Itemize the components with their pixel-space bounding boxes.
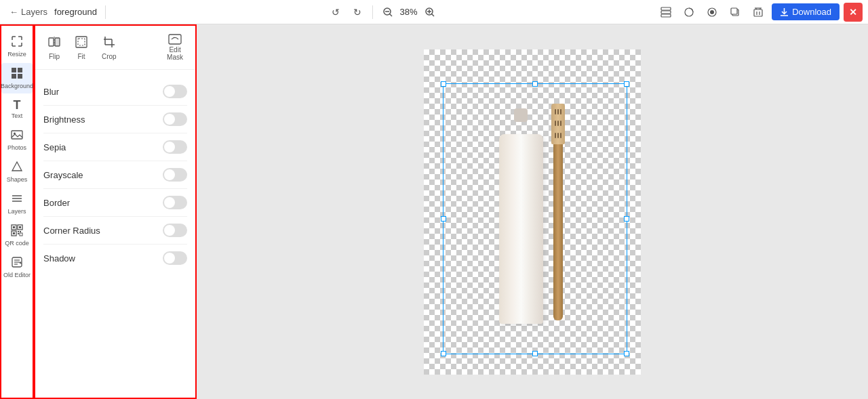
product-visual: [465, 83, 600, 341]
left-sidebar: Resize Background T Text Photos Shapes: [0, 24, 34, 399]
photos-icon: [11, 129, 23, 143]
canvas-image[interactable]: [424, 49, 641, 375]
qrcode-icon: [11, 224, 23, 238]
edit-panel: Flip Fit Crop EditMask Blur: [34, 24, 197, 399]
sidebar-item-oldeditor[interactable]: Old Editor: [1, 252, 33, 282]
svg-rect-15: [754, 9, 762, 16]
blur-toggle[interactable]: [163, 85, 187, 98]
svg-rect-51: [78, 39, 85, 45]
shadow-label: Shadow: [43, 253, 75, 264]
duplicate-icon-button[interactable]: [726, 3, 745, 22]
sepia-label: Sepia: [43, 142, 66, 152]
mask-icon: [684, 7, 694, 18]
redo-button[interactable]: ↻: [348, 3, 367, 22]
svg-line-4: [431, 14, 434, 16]
flip-tool[interactable]: Flip: [43, 33, 65, 63]
sepia-toggle[interactable]: [163, 140, 187, 154]
sidebar-item-layers[interactable]: Layers: [1, 188, 33, 219]
svg-rect-26: [18, 74, 22, 79]
tube-cap: [514, 108, 528, 122]
border-label: Border: [43, 198, 70, 208]
download-label: Download: [792, 7, 831, 17]
sidebar-item-resize[interactable]: Resize: [1, 31, 33, 62]
back-arrow-icon: ←: [9, 7, 18, 17]
resize-icon: [11, 35, 23, 49]
undo-button[interactable]: ↺: [326, 3, 345, 22]
shadow-toggle[interactable]: [163, 251, 187, 265]
layers-sidebar-icon: [11, 192, 23, 207]
zoom-out-icon: [383, 7, 393, 17]
corner-radius-row: Corner Radius: [43, 217, 187, 245]
adjust-icon: [707, 7, 717, 18]
zoom-in-icon: [425, 7, 435, 17]
layers-icon-button[interactable]: [656, 3, 675, 22]
back-button[interactable]: ← Layers: [5, 5, 52, 18]
corner-radius-label: Corner Radius: [43, 226, 100, 236]
corner-radius-toggle[interactable]: [163, 224, 187, 237]
toolbar-sep2: [372, 5, 373, 19]
canvas-area[interactable]: [197, 24, 868, 399]
close-button[interactable]: ✕: [844, 3, 863, 22]
blur-label: Blur: [43, 87, 59, 97]
sidebar-item-text[interactable]: T Text: [1, 95, 33, 123]
edit-mask-icon: [168, 34, 182, 45]
layers-label: Layers: [7, 208, 26, 215]
sidebar-item-shapes[interactable]: Shapes: [1, 156, 33, 187]
edit-mask-button[interactable]: EditMask: [163, 31, 187, 64]
sidebar-item-background[interactable]: Background: [1, 63, 33, 93]
main-area: Resize Background T Text Photos Shapes: [0, 24, 868, 399]
fit-icon: [75, 35, 88, 51]
edit-mask-label: EditMask: [167, 46, 183, 61]
svg-rect-23: [12, 68, 16, 72]
background-icon: [11, 67, 23, 81]
delete-icon-button[interactable]: [749, 3, 768, 22]
resize-label: Resize: [7, 51, 26, 58]
canvas-wrapper: [424, 49, 641, 375]
crop-tool[interactable]: Crop: [98, 33, 121, 63]
toothbrush: [550, 104, 566, 320]
svg-rect-48: [55, 38, 60, 46]
svg-point-12: [710, 10, 714, 14]
download-button[interactable]: Download: [772, 3, 840, 20]
background-label: Background: [1, 83, 33, 89]
shapes-icon: [11, 161, 23, 175]
sepia-row: Sepia: [43, 133, 187, 161]
layers-link[interactable]: Layers: [21, 7, 47, 17]
download-icon: [780, 7, 789, 16]
svg-rect-40: [20, 231, 21, 232]
zoom-in-button[interactable]: [420, 3, 439, 22]
svg-line-1: [389, 14, 392, 16]
oldeditor-label: Old Editor: [3, 272, 31, 278]
svg-rect-8: [661, 11, 671, 14]
qrcode-label: QR code: [5, 240, 29, 247]
toolbar-separator: [105, 5, 106, 19]
flip-icon: [47, 35, 61, 51]
sidebar-item-photos[interactable]: Photos: [1, 125, 33, 155]
border-toggle[interactable]: [163, 196, 187, 209]
svg-rect-47: [49, 38, 54, 46]
oldeditor-icon: [11, 256, 23, 270]
brightness-row: Brightness: [43, 106, 187, 133]
layers-icon: [660, 7, 671, 18]
svg-rect-34: [13, 226, 15, 228]
svg-rect-24: [18, 68, 22, 72]
sidebar-item-qrcode[interactable]: QR code: [1, 220, 33, 251]
grayscale-toggle[interactable]: [163, 168, 187, 182]
zoom-out-button[interactable]: [378, 3, 397, 22]
toolbar-right: Download ✕: [656, 3, 863, 22]
fit-tool[interactable]: Fit: [71, 33, 92, 63]
layer-name: foreground: [54, 7, 97, 17]
adjust-icon-button[interactable]: [703, 3, 722, 22]
fit-label: Fit: [77, 53, 85, 60]
svg-rect-7: [661, 7, 671, 10]
trash-icon: [753, 7, 764, 18]
filters-panel: Blur Brightness Sepia Grayscale Border C…: [35, 70, 195, 280]
grayscale-row: Grayscale: [43, 161, 187, 189]
brush-head: [551, 104, 565, 144]
svg-rect-14: [731, 8, 737, 14]
brush-handle: [553, 144, 563, 320]
brightness-toggle[interactable]: [163, 112, 187, 126]
text-label: Text: [12, 112, 23, 119]
mask-icon-button[interactable]: [679, 3, 698, 22]
svg-rect-9: [661, 14, 671, 17]
